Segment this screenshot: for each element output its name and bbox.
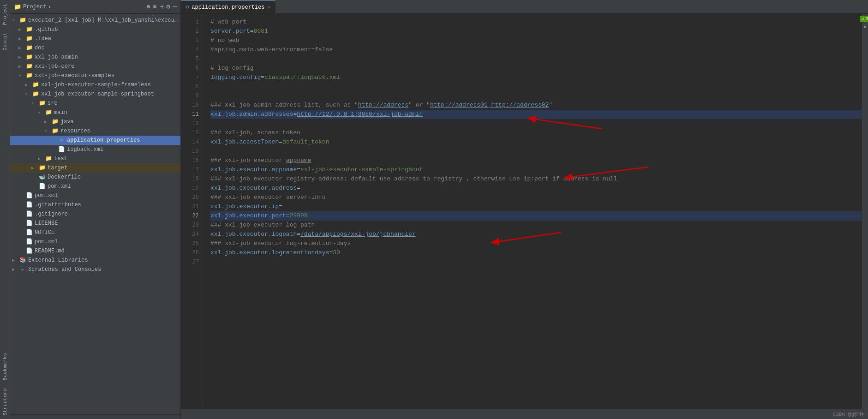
tree-file-icon: 📁: [38, 100, 46, 107]
top-bar-actions: ⊕ ≡ ⊣ ⚙ ─: [146, 3, 177, 11]
line-number: 18: [181, 174, 203, 184]
tree-item-label: pom.xml: [48, 183, 71, 190]
project-tree[interactable]: ▾📁executor_2 [xxl-job] M:\xxl_job_yanshi…: [10, 14, 180, 414]
line-number: 6: [181, 64, 203, 73]
line-number: 2: [181, 27, 203, 36]
code-line: ### xxl-job, access token: [210, 128, 862, 138]
horizontal-scrollbar[interactable]: [10, 414, 180, 419]
tree-arrow-icon: ▶: [31, 165, 38, 171]
tree-arrow-icon: ▾: [18, 73, 25, 78]
tree-item[interactable]: ▶📁java: [10, 117, 180, 126]
tree-item[interactable]: ▶✏Scratches and Consoles: [10, 265, 180, 274]
tree-item[interactable]: 📄pom.xml: [10, 237, 180, 246]
line-number: 21: [181, 202, 203, 211]
code-line: xxl.job.admin.addresses=http://127.0.0.1…: [210, 110, 862, 119]
left-tab-structure[interactable]: Structure: [1, 384, 9, 419]
tab-file-icon: ⚙: [186, 4, 189, 11]
tree-item[interactable]: 📄NOTICE: [10, 228, 180, 237]
tree-item[interactable]: ▶📁test: [10, 154, 180, 163]
project-tree-header: 📁 Project ▾ ⊕ ≡ ⊣ ⚙ ─: [10, 0, 180, 14]
tree-item[interactable]: ▾📁xxl-job-executor-sample-springboot: [10, 90, 180, 99]
tree-arrow-icon: ▶: [18, 54, 25, 60]
tree-item[interactable]: ▶📁xxl-job-admin: [10, 53, 180, 62]
layout-icon[interactable]: ⊣: [160, 3, 163, 11]
line-number: 23: [181, 221, 203, 230]
tree-file-icon: 📁: [25, 72, 33, 79]
tree-item[interactable]: ▶📚External Libraries: [10, 256, 180, 265]
tree-item[interactable]: 📄.gitattributes: [10, 200, 180, 210]
line-number: 27: [181, 257, 203, 267]
tab-close-button[interactable]: ✕: [268, 4, 271, 10]
tree-file-icon: 📄: [25, 238, 33, 245]
tree-item-label: LICENSE: [35, 220, 58, 227]
code-line: # log config: [210, 64, 862, 73]
line-number: 14: [181, 138, 203, 147]
tree-file-icon: 🐋: [38, 174, 46, 181]
code-line: [210, 82, 862, 91]
minimize-icon[interactable]: ─: [173, 3, 177, 11]
tree-item-label: logback.xml: [67, 146, 103, 153]
tree-item[interactable]: 📄pom.xml: [10, 182, 180, 191]
tree-arrow-icon: ▶: [18, 27, 25, 32]
tree-arrow-icon: ▶: [38, 156, 44, 162]
tree-item-label: java: [60, 119, 74, 125]
tree-item-label: xxl-job-executor-sample-frameless: [41, 82, 151, 88]
tree-arrow-icon: ▾: [12, 18, 18, 23]
scroll-up-icon[interactable]: ∧: [863, 24, 866, 30]
code-line: # web port: [210, 18, 862, 27]
tree-item[interactable]: ▶📁target: [10, 163, 180, 173]
tree-file-icon: 📁: [51, 127, 59, 135]
code-line: [210, 147, 862, 156]
code-line: ### xxl-job executor appname: [210, 156, 862, 165]
tree-file-icon: 📄: [38, 183, 46, 190]
right-gutter: ✓ 3 ∧: [862, 14, 868, 409]
tree-item[interactable]: 🐋Dockerfile: [10, 173, 180, 182]
left-tab-bookmarks[interactable]: Bookmarks: [1, 349, 9, 384]
tree-item[interactable]: ▶📁.github: [10, 25, 180, 34]
tree-item[interactable]: 📄logback.xml: [10, 145, 180, 154]
project-name: Project: [23, 4, 46, 10]
left-tab-project[interactable]: Project: [1, 0, 9, 29]
tree-item[interactable]: 📄pom.xml: [10, 191, 180, 200]
status-right: CSDN @g忆种: [833, 411, 864, 418]
left-tab-commit[interactable]: Commit: [1, 29, 9, 54]
settings-icon[interactable]: ⚙: [166, 3, 170, 11]
tree-item-label: executor_2 [xxl-job] M:\xxl_job_yanshi\e…: [28, 17, 179, 24]
code-line: ### xxl-job executor server-info: [210, 193, 862, 202]
code-area[interactable]: # web portserver.port=8081# no web#sprin…: [203, 14, 862, 409]
tree-item[interactable]: ▶📁.idea: [10, 34, 180, 43]
code-line: server.port=8081: [210, 27, 862, 36]
tree-item[interactable]: ▶📁xxl-job-core: [10, 62, 180, 71]
tree-item[interactable]: ▾📁resources: [10, 126, 180, 136]
tree-item-label: xxl-job-executor-samples: [35, 72, 114, 79]
tree-item[interactable]: ▾📁executor_2 [xxl-job] M:\xxl_job_yanshi…: [10, 16, 180, 25]
tree-item[interactable]: ▾📁src: [10, 99, 180, 108]
editor-content: 1234567891011121314151617181920212223242…: [181, 14, 868, 409]
tree-item[interactable]: ▾📁main: [10, 108, 180, 117]
tab-bar: ⚙ application.properties ✕: [181, 0, 868, 14]
code-line: xxl.job.accessToken=default_token: [210, 138, 862, 147]
project-dropdown-icon[interactable]: ▾: [48, 4, 51, 10]
scope-icon[interactable]: ⊕: [146, 3, 150, 11]
line-number: 25: [181, 239, 203, 248]
tree-item-label: NOTICE: [35, 229, 54, 236]
tree-item[interactable]: ⚙application.properties: [10, 136, 180, 145]
line-number: 24: [181, 230, 203, 239]
tree-file-icon: 📁: [31, 81, 40, 89]
line-number: 16: [181, 156, 203, 165]
project-title: Project ▾: [23, 4, 51, 10]
left-tabs: Project Commit Bookmarks Structure: [0, 0, 10, 419]
collapse-icon[interactable]: ≡: [153, 3, 156, 11]
tree-item[interactable]: 📄README.md: [10, 246, 180, 256]
tree-file-icon: 📁: [44, 155, 53, 162]
tree-item[interactable]: 📄LICENSE: [10, 219, 180, 228]
tree-item[interactable]: 📄.gitignore: [10, 210, 180, 219]
tree-arrow-icon: ▶: [25, 82, 31, 88]
content-area: 📁 Project ▾ ⊕ ≡ ⊣ ⚙ ─ ▾📁executor_2 [xxl-…: [10, 0, 868, 419]
tab-application-properties[interactable]: ⚙ application.properties ✕: [181, 0, 275, 13]
tree-item-label: .github: [35, 26, 58, 33]
tree-item[interactable]: ▶📁doc: [10, 43, 180, 53]
tree-item[interactable]: ▾📁xxl-job-executor-samples: [10, 71, 180, 80]
tree-item[interactable]: ▶📁xxl-job-executor-sample-frameless: [10, 80, 180, 90]
tab-label: application.properties: [192, 4, 264, 11]
